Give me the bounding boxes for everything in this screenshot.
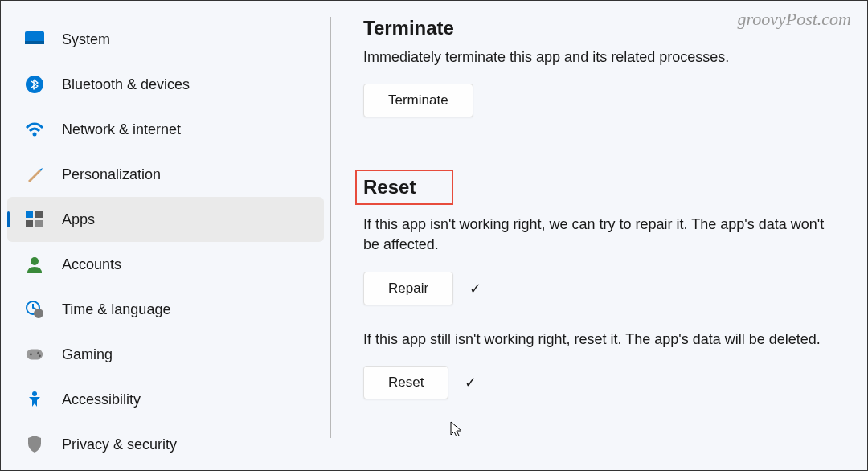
sidebar-item-label: Time & language bbox=[62, 301, 170, 318]
svg-point-13 bbox=[37, 352, 39, 354]
repair-button[interactable]: Repair bbox=[363, 272, 453, 305]
svg-rect-11 bbox=[27, 350, 43, 360]
sidebar-item-label: Network & internet bbox=[62, 121, 181, 138]
repair-description: If this app isn't working right, we can … bbox=[363, 215, 843, 255]
sidebar-item-label: Accessibility bbox=[62, 391, 141, 408]
svg-point-10 bbox=[34, 309, 43, 318]
sidebar-item-gaming[interactable]: Gaming bbox=[1, 332, 330, 377]
shield-icon bbox=[25, 435, 44, 454]
reset-heading-highlight: Reset bbox=[355, 170, 453, 205]
person-icon bbox=[25, 255, 44, 274]
sidebar-item-system[interactable]: System bbox=[1, 17, 330, 62]
sidebar-item-label: Privacy & security bbox=[62, 436, 177, 453]
checkmark-icon: ✓ bbox=[469, 280, 481, 297]
svg-point-12 bbox=[30, 354, 32, 356]
sidebar-item-privacy[interactable]: Privacy & security bbox=[1, 422, 330, 467]
svg-rect-4 bbox=[26, 211, 33, 218]
reset-heading: Reset bbox=[363, 176, 416, 199]
apps-icon bbox=[25, 210, 44, 229]
sidebar-item-label: System bbox=[62, 31, 110, 48]
sidebar-item-bluetooth[interactable]: Bluetooth & devices bbox=[1, 62, 330, 107]
sidebar-item-network[interactable]: Network & internet bbox=[1, 107, 330, 152]
paintbrush-icon bbox=[25, 165, 44, 184]
sidebar-item-accounts[interactable]: Accounts bbox=[1, 242, 330, 287]
accessibility-icon bbox=[25, 390, 44, 409]
sidebar-item-accessibility[interactable]: Accessibility bbox=[1, 377, 330, 422]
checkmark-icon: ✓ bbox=[465, 374, 477, 391]
sidebar-item-personalization[interactable]: Personalization bbox=[1, 152, 330, 197]
gamepad-icon bbox=[25, 345, 44, 364]
sidebar-item-apps[interactable]: Apps bbox=[7, 197, 324, 242]
content-pane: groovyPost.com Terminate Immediately ter… bbox=[331, 1, 867, 470]
wifi-icon bbox=[25, 120, 44, 139]
svg-point-15 bbox=[32, 391, 37, 396]
svg-point-8 bbox=[31, 257, 39, 265]
system-icon bbox=[25, 30, 44, 49]
clock-globe-icon bbox=[25, 300, 44, 319]
sidebar-item-time-language[interactable]: Time & language bbox=[1, 287, 330, 332]
sidebar-item-label: Apps bbox=[62, 211, 95, 228]
svg-point-2 bbox=[26, 76, 43, 93]
bluetooth-icon bbox=[25, 75, 44, 94]
terminate-button[interactable]: Terminate bbox=[363, 84, 473, 117]
sidebar-item-label: Accounts bbox=[62, 256, 121, 273]
watermark: groovyPost.com bbox=[737, 9, 851, 30]
svg-rect-6 bbox=[26, 220, 33, 227]
sidebar-item-label: Gaming bbox=[62, 346, 113, 363]
svg-point-14 bbox=[39, 354, 41, 357]
settings-sidebar: System Bluetooth & devices Network & int… bbox=[1, 1, 330, 470]
sidebar-item-label: Personalization bbox=[62, 166, 161, 183]
svg-rect-1 bbox=[25, 41, 44, 44]
reset-description: If this app still isn't working right, r… bbox=[363, 330, 843, 350]
reset-button[interactable]: Reset bbox=[363, 366, 448, 399]
sidebar-item-label: Bluetooth & devices bbox=[62, 76, 190, 93]
svg-rect-5 bbox=[35, 211, 43, 218]
terminate-description: Immediately terminate this app and its r… bbox=[363, 47, 843, 68]
svg-point-3 bbox=[33, 133, 37, 137]
svg-rect-7 bbox=[35, 220, 43, 227]
